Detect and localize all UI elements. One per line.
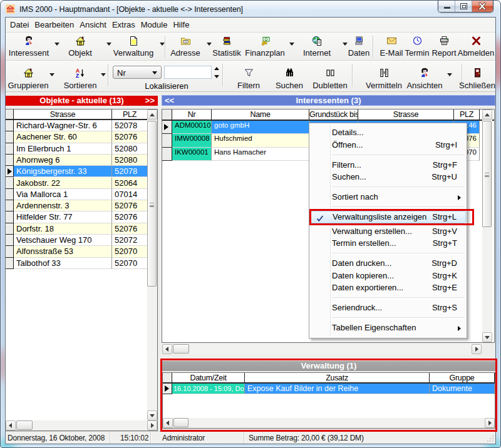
menu-item-daten-kopieren[interactable]: Daten kopieren...Strg+K (310, 270, 466, 282)
menu-item-suchen[interactable]: Suchen...Strg+U (310, 171, 466, 183)
menu-item-verwaltung-erstellen[interactable]: Verwaltung erstellen...Strg+V (310, 225, 466, 238)
maximize-button[interactable] (455, 1, 472, 12)
interessenten-grid-column-header[interactable]: Grundstück bis (309, 109, 358, 120)
objekte-grid-cell: Richard-Wagner-Str. 6 (14, 120, 112, 131)
row-gutter (6, 200, 14, 211)
interessenten-grid-column-header[interactable]: Nr (172, 109, 212, 120)
objekte-grid-row[interactable]: Im Ellerbruch 152080 (6, 143, 148, 155)
right-panel-collapse-button[interactable]: << (165, 96, 174, 105)
objekte-vscrollbar[interactable] (147, 109, 157, 420)
resize-grip[interactable] (486, 434, 494, 442)
toolbar-button-gruppieren[interactable]: Gruppieren (6, 63, 50, 88)
scroll-down-button[interactable] (482, 332, 492, 342)
toolbar-button-schliessen[interactable]: Schließen (455, 63, 499, 88)
toolbar-button-filtern[interactable]: Filtern (227, 63, 271, 88)
toolbar-label-abmelden: Abmelden (456, 48, 496, 58)
scroll-left-button[interactable] (6, 420, 16, 430)
scroll-thumb[interactable] (173, 344, 189, 354)
scroll-right-button[interactable] (472, 344, 482, 354)
toolbar-button-statistik[interactable]: Statistik (205, 34, 249, 59)
lokalisieren-input[interactable] (164, 66, 212, 79)
minimize-button[interactable] (438, 1, 455, 12)
toolbar-button-finanzplan[interactable]: Finanzplan (243, 34, 287, 59)
dupl-icon (325, 68, 336, 78)
left-arrow-icon (9, 423, 12, 428)
toolbar-button-suchen[interactable]: Suchen (267, 63, 311, 88)
objekte-grid-row[interactable]: Via Mallorca 107014 (6, 189, 148, 200)
scroll-thumb[interactable] (482, 121, 492, 227)
objekte-grid-row[interactable]: Jakobstr. 2252064 (6, 178, 148, 189)
toolbar-dropdown-ansichten[interactable] (447, 73, 452, 76)
objekte-grid-row[interactable]: Dorfstr. 1852076 (6, 223, 148, 235)
interessenten-vscrollbar[interactable] (482, 109, 492, 342)
menu-item-sortiert-nach[interactable]: Sortiert nach (310, 191, 466, 203)
left-panel-header[interactable]: Objekte - aktuelle (13)>> (6, 96, 158, 106)
objekte-grid-row[interactable]: Ardennenstr. 352076 (6, 200, 148, 211)
row-gutter (6, 235, 14, 246)
objekte-grid-row[interactable]: Alfonsstraße 5352070 (6, 246, 148, 257)
objekte-grid-row[interactable]: Aachener Str. 6052076 (6, 131, 148, 143)
objekte-grid-column-header[interactable]: Strasse (14, 109, 112, 119)
interessenten-grid-column-header[interactable]: Strasse (358, 109, 454, 120)
menu-item-filtern[interactable]: Filtern...Strg+F (310, 159, 466, 171)
scroll-left-button[interactable] (162, 344, 172, 354)
objekte-grid-row[interactable]: Richard-Wagner-Str. 652078 (6, 120, 148, 131)
scroll-thumb[interactable] (147, 121, 157, 287)
menu-item-extras[interactable]: Extras (112, 18, 135, 31)
interessenten-grid-column-header[interactable]: Name (212, 109, 309, 120)
menu-item-tabellen-eigenschaften[interactable]: Tabellen Eigenschaften (310, 322, 466, 334)
menu-item-daten-drucken[interactable]: Daten drucken...Strg+D (310, 257, 466, 270)
objekte-grid-cell: Hitfelder Str. 77 (14, 211, 112, 223)
objekte-grid-row[interactable]: Ahornweg 652080 (6, 155, 148, 166)
menu-item-offnen[interactable]: Öffnen...Strg+I (310, 139, 466, 151)
menu-item-hilfe[interactable]: Hilfe (173, 18, 189, 31)
menu-item-module[interactable]: Module (141, 18, 168, 31)
objekte-grid-column-header[interactable]: PLZ (112, 109, 148, 119)
toolbar-button-sortieren[interactable]: AZSortieren (58, 63, 102, 88)
toolbar-button-daten[interactable]: Daten (340, 34, 378, 59)
menu-item-daten-exportieren[interactable]: Daten exportieren...Strg+E (310, 282, 466, 294)
toolbar-button-adresse[interactable]: Adresse (163, 34, 207, 59)
left-panel-collapse-button[interactable]: >> (145, 96, 155, 106)
person-icon (420, 68, 430, 78)
menu-item-details[interactable]: Details... (310, 126, 466, 139)
menu-item-label: Seriendruck... (332, 303, 382, 312)
caption-buttons (438, 1, 493, 13)
menu-item-datei[interactable]: Datei (10, 18, 29, 31)
toolbar-button-vermitteln[interactable]: Vermitteln (362, 63, 406, 88)
toolbar-button-abmelden[interactable]: Abmelden (456, 34, 496, 59)
scroll-up-button[interactable] (482, 109, 492, 120)
window-titlebar[interactable]: IMS 2000 - Hauptmandant - [Objekte - akt… (1, 1, 500, 18)
toolbar-button-interessent[interactable]: Interessent (6, 34, 51, 59)
objekte-grid-row[interactable]: Vetschauer Weg 17052072 (6, 235, 148, 246)
scroll-up-button[interactable] (147, 109, 157, 120)
menu-item-bearbeiten[interactable]: Bearbeiten (34, 18, 74, 31)
objekte-grid-row[interactable]: Talbothof 3352070 (6, 258, 148, 269)
close-button[interactable] (472, 1, 493, 12)
menu-item-ansicht[interactable]: Ansicht (80, 18, 106, 31)
toolbar-dropdown-gruppieren[interactable] (49, 73, 54, 76)
lokalisieren-combobox[interactable]: Nr (113, 66, 162, 79)
toolbar-button-verwaltung[interactable]: Verwaltung (111, 34, 155, 59)
scroll-thumb[interactable] (16, 420, 33, 430)
menu-item-seriendruck[interactable]: Seriendruck...Strg+S (310, 302, 466, 314)
objekte-grid-row[interactable]: Königsbergerstr. 3352078 (6, 166, 148, 177)
interessenten-hscrollbar[interactable] (162, 344, 482, 354)
toolbar-dropdown-objekt[interactable] (106, 43, 111, 46)
books-icon (222, 36, 232, 46)
toolbar-button-objekt[interactable]: Objekt (58, 34, 102, 59)
objekte-grid-row[interactable]: Hitfelder Str. 7752076 (6, 211, 148, 223)
toolbar-button-ansichten[interactable]: Ansichten (403, 63, 447, 88)
toolbar-button-dubletten[interactable]: Dubletten (308, 63, 352, 88)
lokalisieren-spinner[interactable] (214, 66, 220, 79)
toolbar-dropdown-finanzplan[interactable] (289, 43, 294, 46)
scroll-right-button[interactable] (147, 420, 157, 430)
right-panel-header[interactable]: Interessenten (3)<< (162, 95, 495, 106)
toolbar-button-internet[interactable]: Internet (295, 34, 339, 59)
toolbar-dropdown-sortieren[interactable] (101, 73, 106, 76)
page-icon (128, 36, 139, 46)
menu-item-termin-erstellen[interactable]: Termin erstellen...Strg+T (310, 237, 466, 250)
objekte-hscrollbar[interactable] (6, 420, 157, 430)
interessenten-grid-column-header[interactable]: PLZ (454, 109, 480, 120)
scroll-down-button[interactable] (147, 410, 157, 420)
